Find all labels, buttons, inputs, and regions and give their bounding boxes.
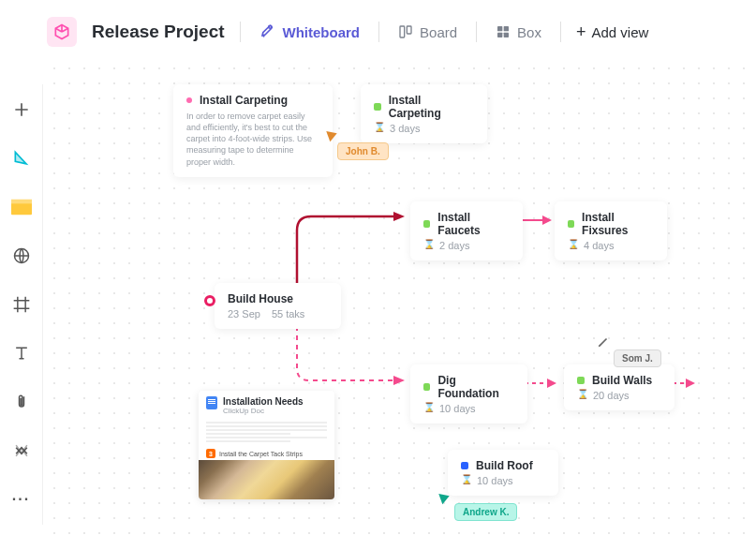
card-date: 23 Sep xyxy=(228,308,260,320)
hourglass-icon: ⌛ xyxy=(461,475,472,484)
tab-whiteboard[interactable]: Whiteboard xyxy=(256,19,364,45)
card-install-carpeting-detail[interactable]: Install Carpeting In order to remove car… xyxy=(173,84,333,177)
card-title: Build Roof xyxy=(476,459,533,472)
doc-title: Installation Needs xyxy=(223,396,304,407)
card-duration: 2 days xyxy=(439,240,469,251)
embedded-doc[interactable]: Installation Needs ClickUp Doc 3 Install… xyxy=(199,391,334,499)
status-square xyxy=(423,383,430,391)
header: Release Project Whiteboard Board Box + A… xyxy=(0,0,756,64)
card-build-roof[interactable]: Build Roof ⌛10 days xyxy=(448,450,558,496)
card-duration: 3 days xyxy=(390,123,420,134)
svg-point-1 xyxy=(268,25,271,28)
tool-web[interactable] xyxy=(7,242,36,270)
status-square xyxy=(374,103,381,111)
tool-frame[interactable] xyxy=(7,290,36,319)
tab-label: Whiteboard xyxy=(283,24,361,40)
tab-box[interactable]: Box xyxy=(492,20,545,45)
svg-rect-5 xyxy=(504,26,509,31)
card-title: Build House xyxy=(228,292,293,305)
tool-add[interactable] xyxy=(7,96,36,124)
card-title: Dig Foundation xyxy=(437,374,514,400)
card-dig-foundation[interactable]: Dig Foundation ⌛10 days xyxy=(410,364,527,424)
card-build-house[interactable]: Build House 23 Sep 55 taks xyxy=(215,283,341,329)
card-title: Install Carpeting xyxy=(389,94,474,120)
tool-more[interactable]: ··· xyxy=(7,485,36,513)
card-duration: 10 days xyxy=(439,403,476,414)
box-icon xyxy=(496,24,511,39)
whiteboard-icon xyxy=(259,23,276,40)
project-title: Release Project xyxy=(92,22,225,42)
divider xyxy=(476,22,477,42)
hourglass-icon: ⌛ xyxy=(423,403,435,412)
svg-rect-3 xyxy=(407,26,411,34)
card-title: Build Walls xyxy=(592,374,652,387)
add-view-button[interactable]: + Add view xyxy=(576,22,648,42)
card-install-carpeting[interactable]: Install Carpeting ⌛3 days xyxy=(361,84,487,143)
status-square xyxy=(568,220,574,228)
svg-rect-7 xyxy=(504,33,509,37)
hourglass-icon: ⌛ xyxy=(577,390,588,399)
svg-rect-4 xyxy=(497,26,502,31)
hourglass-icon: ⌛ xyxy=(568,240,579,249)
tool-attachment[interactable] xyxy=(7,388,36,416)
svg-point-0 xyxy=(262,35,264,37)
card-title: Install Carpeting xyxy=(200,94,288,107)
logo-icon xyxy=(47,17,77,47)
tool-text[interactable] xyxy=(7,339,36,367)
board-icon xyxy=(398,24,413,39)
connector-line xyxy=(525,378,564,389)
add-view-label: Add view xyxy=(591,24,648,40)
doc-subtitle: ClickUp Doc xyxy=(223,407,304,415)
doc-preview-lines xyxy=(199,418,334,446)
tab-label: Box xyxy=(517,24,541,40)
doc-image-preview xyxy=(199,460,334,499)
status-square xyxy=(577,377,585,384)
card-title: Install Faucets xyxy=(437,211,510,237)
plus-icon: + xyxy=(576,22,586,42)
tool-sticky-note[interactable] xyxy=(7,193,36,221)
node-handle[interactable] xyxy=(204,295,215,306)
whiteboard-canvas[interactable]: Install Carpeting In order to remove car… xyxy=(47,61,756,535)
hourglass-icon: ⌛ xyxy=(423,240,435,249)
connector-line xyxy=(520,215,557,226)
toolbar: ··· xyxy=(0,84,43,525)
divider xyxy=(378,22,379,42)
card-build-walls[interactable]: Build Walls ⌛20 days xyxy=(564,364,674,410)
doc-section-title: Install the Carpet Tack Strips xyxy=(219,451,303,457)
doc-section-number: 3 xyxy=(206,449,215,458)
tab-label: Board xyxy=(420,24,457,40)
status-square xyxy=(461,462,468,469)
card-tasks: 55 taks xyxy=(272,308,304,320)
tool-connector[interactable] xyxy=(7,437,36,465)
divider xyxy=(240,22,241,42)
hourglass-icon: ⌛ xyxy=(374,123,385,132)
collaborator-cursor: John B. xyxy=(337,142,389,160)
status-square xyxy=(423,220,430,228)
divider xyxy=(560,22,561,42)
card-install-faucets[interactable]: Install Faucets ⌛2 days xyxy=(410,201,523,260)
doc-icon xyxy=(206,396,217,409)
tool-pen[interactable] xyxy=(7,144,36,172)
status-dot xyxy=(186,97,192,103)
collaborator-cursor: Som J. xyxy=(614,349,661,367)
card-duration: 20 days xyxy=(593,390,630,401)
card-description: In order to remove carpet easily and eff… xyxy=(186,111,319,168)
card-install-fixtures[interactable]: Install Fixsures ⌛4 days xyxy=(555,201,667,260)
svg-rect-2 xyxy=(400,26,405,37)
collaborator-cursor: Andrew K. xyxy=(454,503,517,521)
card-title: Install Fixsures xyxy=(582,211,654,237)
connector-line xyxy=(673,378,701,389)
svg-rect-6 xyxy=(497,33,502,37)
svg-rect-9 xyxy=(11,200,32,204)
tab-board[interactable]: Board xyxy=(394,20,461,45)
card-duration: 4 days xyxy=(584,240,614,251)
pencil-icon xyxy=(597,335,610,352)
card-duration: 10 days xyxy=(477,475,513,486)
